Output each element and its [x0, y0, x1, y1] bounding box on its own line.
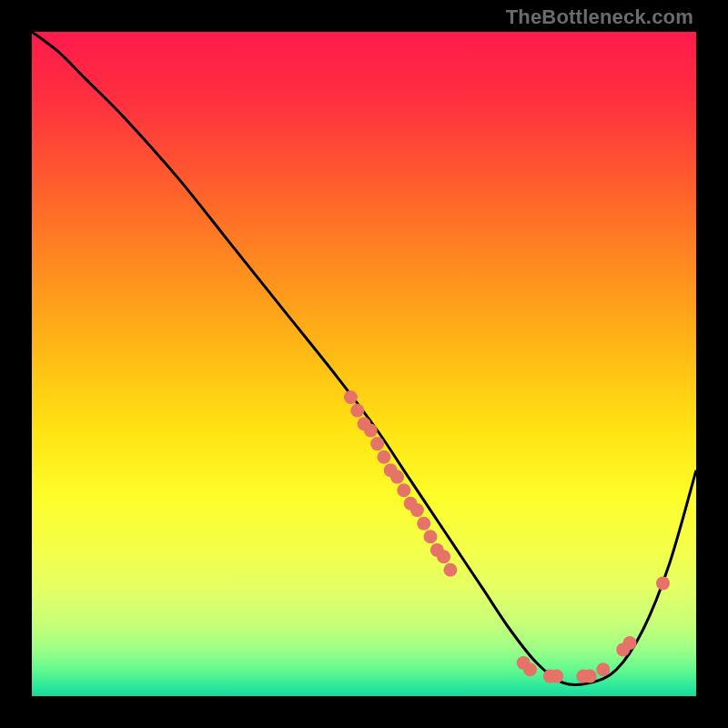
data-point [583, 670, 597, 683]
data-point [410, 503, 424, 517]
data-point [523, 662, 537, 676]
plot-area [32, 32, 696, 696]
data-point [437, 550, 450, 563]
chart-frame: TheBottleneck.com [0, 0, 728, 728]
data-point [370, 437, 384, 450]
curve-layer [32, 32, 696, 696]
data-point [656, 576, 670, 590]
data-point [344, 390, 358, 404]
data-point [443, 563, 457, 577]
data-point [390, 470, 404, 484]
data-point [350, 404, 364, 418]
data-point [550, 670, 563, 683]
data-point [377, 450, 390, 464]
watermark-text: TheBottleneck.com [506, 5, 693, 29]
data-point [417, 517, 430, 531]
data-point [596, 662, 610, 676]
data-point [424, 530, 438, 543]
data-point [364, 424, 378, 438]
scatter-points [344, 390, 670, 683]
data-point [623, 636, 637, 650]
bottleneck-curve [32, 32, 696, 685]
data-point [397, 483, 410, 497]
